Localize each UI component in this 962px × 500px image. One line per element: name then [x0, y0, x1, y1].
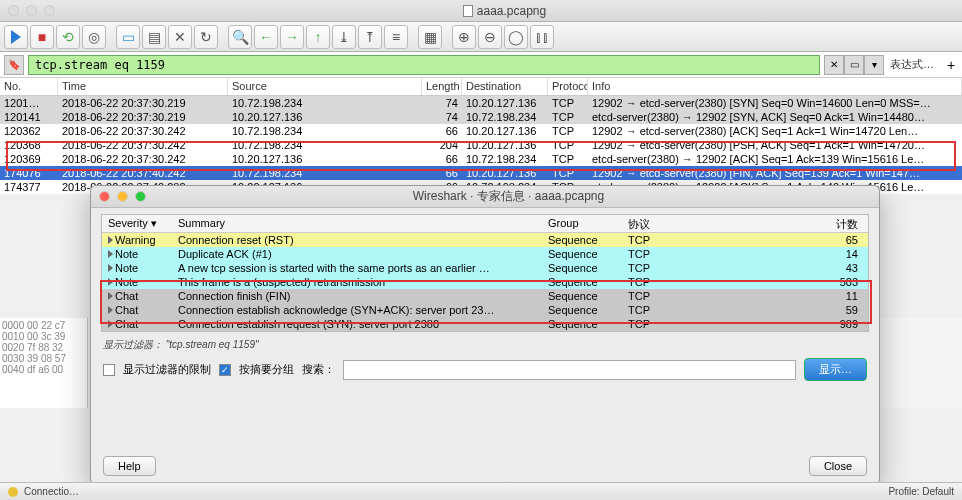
- colorize-icon[interactable]: ▦: [418, 25, 442, 49]
- add-tab-button[interactable]: +: [940, 57, 962, 73]
- reload-icon[interactable]: ↻: [194, 25, 218, 49]
- resize-cols-icon[interactable]: ⫿⫿: [530, 25, 554, 49]
- main-toolbar: ■ ⟲ ◎ ▭ ▤ ✕ ↻ 🔍 ← → ↑ ⤓ ⤒ ≡ ▦ ⊕ ⊖ ◯ ⫿⫿: [0, 22, 962, 52]
- packet-row[interactable]: 1201412018-06-22 20:37:30.21910.20.127.1…: [0, 110, 962, 124]
- packet-row[interactable]: 1201…2018-06-22 20:37:30.21910.72.198.23…: [0, 96, 962, 110]
- window-title: aaaa.pcapng: [477, 4, 546, 18]
- packet-row[interactable]: 1740762018-06-22 20:37:40.24210.72.198.2…: [0, 166, 962, 180]
- stop-capture-icon[interactable]: ■: [30, 25, 54, 49]
- close-file-icon[interactable]: ✕: [168, 25, 192, 49]
- packet-row[interactable]: 1203622018-06-22 20:37:30.24210.72.198.2…: [0, 124, 962, 138]
- first-icon[interactable]: ⤓: [332, 25, 356, 49]
- expert-row[interactable]: ChatConnection establish acknowledge (SY…: [102, 303, 868, 317]
- group-checkbox[interactable]: ✓: [219, 364, 231, 376]
- expert-info-dialog: Wireshark · 专家信息 · aaaa.pcapng Severity …: [90, 185, 880, 485]
- expert-search-input[interactable]: [343, 360, 796, 380]
- limit-checkbox[interactable]: [103, 364, 115, 376]
- show-button[interactable]: 显示…: [804, 358, 867, 381]
- expert-table[interactable]: Severity ▾ Summary Group 协议 计数 WarningCo…: [101, 214, 869, 332]
- zoom-in-icon[interactable]: ⊕: [452, 25, 476, 49]
- window-controls[interactable]: [8, 5, 55, 16]
- titlebar: aaaa.pcapng: [0, 0, 962, 22]
- status-dot-icon: [8, 487, 18, 497]
- display-filter-input[interactable]: [28, 55, 820, 75]
- expert-row[interactable]: ChatConnection establish request (SYN): …: [102, 317, 868, 331]
- options-icon[interactable]: ◎: [82, 25, 106, 49]
- packet-list-header[interactable]: No. Time Source Length Destination Proto…: [0, 78, 962, 96]
- expert-row[interactable]: NoteA new tcp session is started with th…: [102, 261, 868, 275]
- hex-view[interactable]: 0000 00 22 c7 0010 00 3c 39 0020 7f 88 3…: [0, 318, 88, 408]
- forward-icon[interactable]: →: [280, 25, 304, 49]
- jump-icon[interactable]: ↑: [306, 25, 330, 49]
- autoscroll-icon[interactable]: ≡: [384, 25, 408, 49]
- help-button[interactable]: Help: [103, 456, 156, 476]
- expert-row[interactable]: NoteDuplicate ACK (#1)SequenceTCP14: [102, 247, 868, 261]
- right-gutter: [880, 318, 962, 408]
- restart-capture-icon[interactable]: ⟲: [56, 25, 80, 49]
- clear-filter-icon[interactable]: ✕: [824, 55, 844, 75]
- zoom-reset-icon[interactable]: ◯: [504, 25, 528, 49]
- zoom-out-icon[interactable]: ⊖: [478, 25, 502, 49]
- filter-bar: 🔖 ✕ ▭ ▾ 表达式… +: [0, 52, 962, 78]
- status-bar: Connectio… Profile: Default: [0, 482, 962, 500]
- packet-row[interactable]: 1203692018-06-22 20:37:30.24210.20.127.1…: [0, 152, 962, 166]
- find-icon[interactable]: 🔍: [228, 25, 252, 49]
- expression-button[interactable]: 表达式…: [884, 57, 940, 72]
- close-button[interactable]: Close: [809, 456, 867, 476]
- back-icon[interactable]: ←: [254, 25, 278, 49]
- doc-icon: [463, 5, 473, 17]
- last-icon[interactable]: ⤒: [358, 25, 382, 49]
- packet-row[interactable]: 1203682018-06-22 20:37:30.24210.72.198.2…: [0, 138, 962, 152]
- open-icon[interactable]: ▭: [116, 25, 140, 49]
- start-capture-icon[interactable]: [4, 25, 28, 49]
- dialog-window-controls[interactable]: [99, 191, 146, 202]
- expert-row[interactable]: WarningConnection reset (RST)SequenceTCP…: [102, 233, 868, 247]
- save-icon[interactable]: ▤: [142, 25, 166, 49]
- expert-row[interactable]: NoteThis frame is a (suspected) retransm…: [102, 275, 868, 289]
- dialog-title: Wireshark · 专家信息 · aaaa.pcapng: [146, 188, 871, 205]
- recent-filter-icon[interactable]: ▾: [864, 55, 884, 75]
- packet-list[interactable]: 1201…2018-06-22 20:37:30.21910.72.198.23…: [0, 96, 962, 194]
- apply-filter-icon[interactable]: ▭: [844, 55, 864, 75]
- expert-row[interactable]: ChatConnection finish (FIN)SequenceTCP11: [102, 289, 868, 303]
- bookmark-icon[interactable]: 🔖: [4, 55, 24, 75]
